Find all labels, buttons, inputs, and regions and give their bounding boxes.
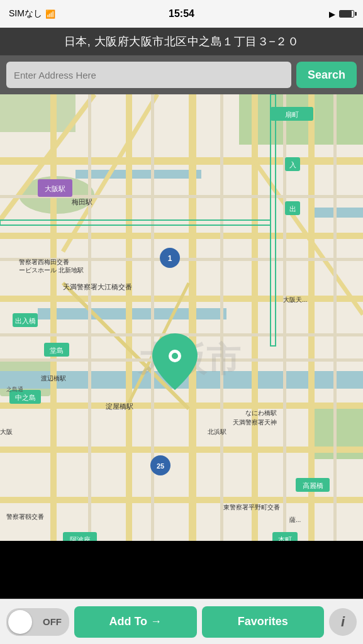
svg-text:25: 25 xyxy=(157,462,164,470)
svg-text:堂島: 堂島 xyxy=(50,347,64,354)
wifi-icon: 📶 xyxy=(45,9,55,19)
svg-text:出入橋: 出入橋 xyxy=(15,317,36,325)
svg-text:出: 出 xyxy=(289,205,296,213)
search-button[interactable]: Search xyxy=(296,62,357,88)
status-right: ▶ xyxy=(329,9,354,19)
svg-rect-16 xyxy=(50,94,57,541)
svg-text:ービスホール 北新地駅: ービスホール 北新地駅 xyxy=(19,267,84,274)
svg-text:警察署西梅田交番: 警察署西梅田交番 xyxy=(19,258,69,265)
map-svg: 大阪駅 梅田駅 1 25 扇町 入 出 出入橋 堂島 中之島 高麗橋 本町 阿波… xyxy=(0,94,363,541)
location-bar: 日本, 大阪府大阪市北区中之島１丁目３−２０ xyxy=(0,28,363,55)
status-bar: SIMなし 📶 15:54 ▶ xyxy=(0,0,363,28)
svg-text:北浜駅: 北浜駅 xyxy=(208,428,226,435)
svg-text:高麗橋: 高麗橋 xyxy=(303,482,323,489)
status-time: 15:54 xyxy=(169,8,194,19)
search-bar: Search xyxy=(0,55,363,94)
svg-rect-18 xyxy=(189,94,196,541)
svg-rect-20 xyxy=(308,94,315,541)
svg-text:淀屋橋駅: 淀屋橋駅 xyxy=(106,402,133,410)
map-container[interactable]: 大阪駅 梅田駅 1 25 扇町 入 出 出入橋 堂島 中之島 高麗橋 本町 阿波… xyxy=(0,94,363,541)
svg-rect-31 xyxy=(151,94,154,541)
svg-text:中之島: 中之島 xyxy=(15,394,36,401)
favorites-button[interactable]: Favorites xyxy=(202,606,325,638)
battery-fill xyxy=(340,11,352,17)
svg-text:東警察署平野町交番: 東警察署平野町交番 xyxy=(223,504,280,511)
battery-icon xyxy=(339,10,354,18)
svg-text:警察署靱交番: 警察署靱交番 xyxy=(6,513,44,520)
svg-rect-1 xyxy=(0,94,75,132)
svg-text:大阪天...: 大阪天... xyxy=(283,296,307,303)
svg-rect-17 xyxy=(126,94,132,541)
toggle-knob xyxy=(8,610,32,634)
svg-text:梅田駅: 梅田駅 xyxy=(71,198,92,206)
svg-text:1: 1 xyxy=(168,254,172,263)
address-input[interactable] xyxy=(6,62,291,88)
toggle-label: OFF xyxy=(43,616,62,627)
svg-text:大阪: 大阪 xyxy=(0,428,13,435)
svg-text:天満警察署大江橋交番: 天満警察署大江橋交番 xyxy=(63,283,132,291)
svg-rect-8 xyxy=(75,170,201,179)
info-button[interactable]: i xyxy=(329,608,357,636)
svg-text:薩...: 薩... xyxy=(289,516,301,523)
svg-rect-32 xyxy=(220,94,223,541)
location-address: 日本, 大阪府大阪市北区中之島１丁目３−２０ xyxy=(64,35,299,48)
arrow-icon: ▶ xyxy=(329,9,335,19)
svg-text:之島通: 之島通 xyxy=(6,386,23,392)
svg-point-81 xyxy=(172,353,178,359)
toggle-switch[interactable]: OFF xyxy=(6,608,69,636)
svg-rect-30 xyxy=(88,94,91,541)
bottom-bar: OFF Add To → Favorites i xyxy=(0,599,363,644)
svg-text:渡辺橋駅: 渡辺橋駅 xyxy=(41,375,66,382)
svg-rect-34 xyxy=(333,94,337,541)
svg-text:大阪駅: 大阪駅 xyxy=(45,185,65,192)
carrier-label: SIMなし xyxy=(9,8,42,19)
svg-text:入: 入 xyxy=(289,161,296,169)
svg-text:扇町: 扇町 xyxy=(285,111,299,118)
status-left: SIMなし 📶 xyxy=(9,8,55,19)
svg-text:天満警察署天神: 天満警察署天神 xyxy=(233,419,277,426)
svg-text:阿波座: 阿波座 xyxy=(70,536,91,541)
svg-text:なにわ橋駅: なにわ橋駅 xyxy=(245,409,277,416)
svg-text:本町: 本町 xyxy=(278,536,292,541)
add-to-button[interactable]: Add To → xyxy=(74,606,197,638)
